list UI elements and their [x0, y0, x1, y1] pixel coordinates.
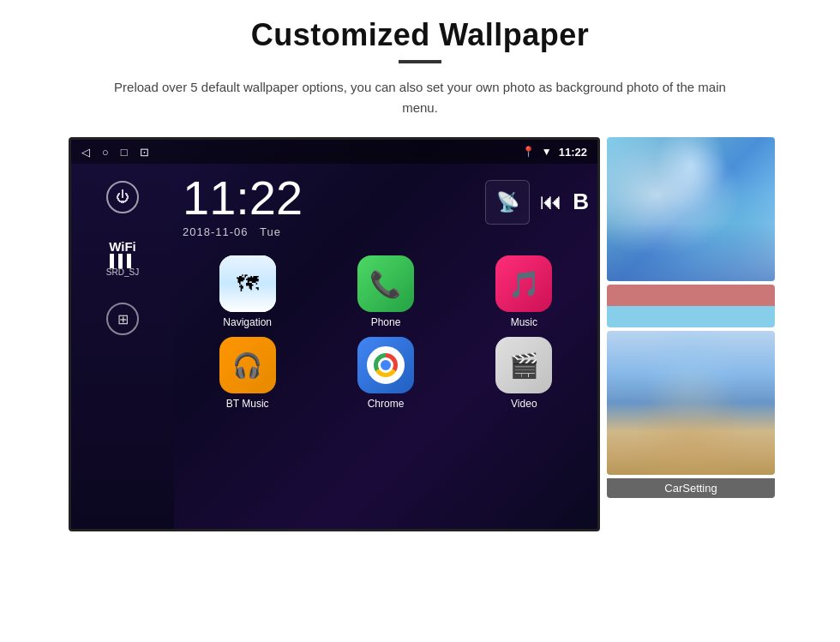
- music-glyph: 🎵: [508, 269, 540, 299]
- app-item-btmusic[interactable]: 🎧 BT Music: [183, 337, 312, 410]
- phone-glyph: 📞: [369, 269, 401, 299]
- main-content: ⏻ WiFi ▌▌▌ SRD_SJ ⊞ 11:22: [71, 164, 597, 529]
- screenshot-icon[interactable]: ⊡: [140, 146, 149, 159]
- wifi-label: WiFi: [109, 239, 136, 254]
- clock-time: 11:22: [183, 174, 303, 222]
- video-label: Video: [511, 398, 537, 410]
- video-glyph: 🎬: [509, 351, 539, 380]
- app-grid: 🗺 Navigation 📞 Phone: [183, 252, 589, 413]
- signal-icon: 📡: [496, 191, 519, 213]
- wallpaper-ice[interactable]: [607, 137, 775, 281]
- location-icon: 📍: [522, 146, 535, 158]
- power-button[interactable]: ⏻: [106, 181, 139, 213]
- navigation-icon: 🗺: [219, 255, 276, 312]
- app-item-music[interactable]: 🎵 Music: [459, 255, 589, 328]
- status-right: 📍 ▼ 11:22: [522, 146, 587, 159]
- bt-glyph: 🎧: [232, 351, 262, 380]
- app-item-navigation[interactable]: 🗺 Navigation: [183, 255, 312, 328]
- wallpaper-thumbnails: CarSetting: [607, 137, 775, 498]
- music-icon: 🎵: [495, 255, 552, 312]
- app-item-phone[interactable]: 📞 Phone: [321, 255, 450, 328]
- clock-area: 11:22 2018-11-06 Tue 📡 ⏮ B: [183, 174, 589, 245]
- chrome-center: [378, 357, 393, 373]
- video-icon: 🎬: [495, 337, 552, 393]
- grid-icon: ⊞: [117, 311, 129, 327]
- wifi-name: SRD_SJ: [106, 267, 139, 277]
- chrome-icon: [357, 337, 414, 393]
- wifi-bars-icon: ▌▌▌: [110, 254, 135, 267]
- wifi-status-icon: ▼: [542, 146, 552, 158]
- carsetting-label[interactable]: CarSetting: [607, 478, 775, 498]
- btmusic-icon: 🎧: [219, 337, 276, 393]
- status-bar: ◁ ○ □ ⊡ 📍 ▼ 11:22: [71, 140, 597, 164]
- device-area: ◁ ○ □ ⊡ 📍 ▼ 11:22 ⏻: [69, 137, 771, 531]
- wifi-info: WiFi ▌▌▌ SRD_SJ: [106, 239, 139, 277]
- navigation-label: Navigation: [223, 316, 272, 328]
- page-wrapper: Customized Wallpaper Preload over 5 defa…: [0, 0, 840, 642]
- btmusic-label: BT Music: [226, 398, 269, 410]
- app-item-chrome[interactable]: Chrome: [321, 337, 450, 410]
- phone-label: Phone: [371, 316, 401, 328]
- phone-icon: 📞: [357, 255, 414, 312]
- chrome-label: Chrome: [368, 398, 405, 410]
- app-sidebar: ⏻ WiFi ▌▌▌ SRD_SJ ⊞: [71, 164, 174, 529]
- signal-widget[interactable]: 📡: [485, 180, 530, 225]
- music-label: Music: [511, 316, 537, 328]
- top-right-icons: 📡 ⏮ B: [485, 180, 589, 225]
- home-icon[interactable]: ○: [102, 146, 109, 159]
- page-title: Customized Wallpaper: [251, 17, 590, 53]
- nav-icons: ◁ ○ □ ⊡: [81, 146, 149, 159]
- grid-button[interactable]: ⊞: [106, 303, 139, 335]
- android-screen: ◁ ○ □ ⊡ 📍 ▼ 11:22 ⏻: [69, 137, 600, 531]
- page-description: Preload over 5 default wallpaper options…: [111, 77, 729, 118]
- chrome-ring: [367, 346, 405, 384]
- center-content: 11:22 2018-11-06 Tue 📡 ⏮ B: [174, 164, 597, 529]
- map-glyph: 🗺: [237, 271, 259, 297]
- recents-icon[interactable]: □: [121, 146, 128, 159]
- back-icon[interactable]: ◁: [81, 146, 90, 159]
- clock-date: 2018-11-06 Tue: [183, 225, 281, 238]
- wallpaper-bridge[interactable]: [607, 331, 775, 475]
- app-item-video[interactable]: 🎬 Video: [459, 337, 589, 410]
- title-divider: [399, 60, 441, 63]
- prev-track-icon[interactable]: ⏮: [540, 189, 562, 215]
- clock-block: 11:22 2018-11-06 Tue: [183, 174, 303, 238]
- media-b-icon[interactable]: B: [573, 189, 589, 215]
- status-time: 11:22: [559, 146, 587, 159]
- power-icon: ⏻: [116, 189, 129, 205]
- wallpaper-transition[interactable]: [607, 285, 775, 327]
